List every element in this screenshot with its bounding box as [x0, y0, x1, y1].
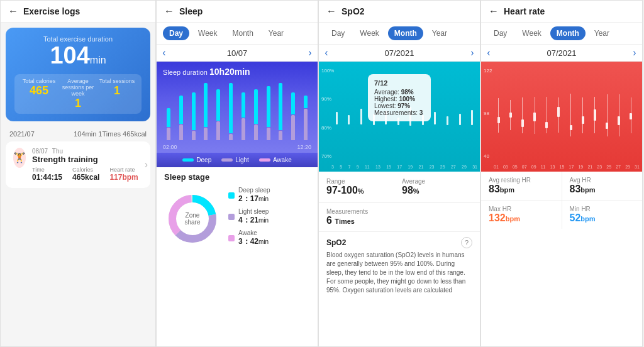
- hr-tab-year[interactable]: Year: [588, 26, 616, 40]
- exercise-period: 2021/07: [9, 130, 35, 138]
- spo2-tab-bar: Day Week Month Year: [319, 23, 480, 45]
- spo2-tooltip-lowest: Lowest: 97%: [374, 102, 425, 109]
- hr-x-labels: 01 03 05 07 09 11 13 15 17 19 21 23 25 2…: [494, 165, 640, 169]
- calories-stat: Total calories 465: [19, 78, 58, 110]
- sleep-duration-value: 10h20min: [209, 67, 250, 77]
- hr-stat: Heart rate 117bpm: [109, 167, 138, 182]
- exercise-stats: Time 01:44:15 Calories 465kcal Heart rat…: [32, 167, 138, 182]
- total-sessions-value: 1: [97, 84, 136, 97]
- stage-awake: Awake 3：42min: [228, 229, 310, 247]
- hr-c9: [590, 71, 599, 159]
- sleep-header: ← Sleep: [157, 1, 318, 23]
- spo2-header: ← SpO2: [319, 1, 480, 23]
- spo2-back-arrow[interactable]: ←: [326, 6, 336, 17]
- hr-min-label: Min HR: [570, 206, 635, 212]
- exercise-header: ← Exercise logs: [1, 1, 155, 23]
- stage-deep-name: Deep sleep: [238, 187, 310, 194]
- hr-title: Heart rate: [504, 6, 545, 16]
- cal-stat: Calories 465kcal: [72, 167, 99, 182]
- spo2-avg-value: 98%: [402, 185, 472, 196]
- sessions-stat: Average sessions per week 1: [58, 78, 97, 110]
- spo2-about: SpO2 ? Blood oxygen saturation (SpO2) le…: [319, 232, 480, 300]
- spo2-tab-month[interactable]: Month: [388, 26, 423, 40]
- spo2-c9: [430, 68, 441, 159]
- sleep-donut: Zone share: [164, 190, 221, 247]
- exercise-summary: Total exercise duration 104min Total cal…: [6, 28, 150, 121]
- summary-big: 104min: [14, 43, 142, 69]
- exercise-item[interactable]: 🏋 08/07 Thu Strength training Time 01:44…: [6, 141, 150, 188]
- exercise-panel: ← Exercise logs Total exercise duration …: [0, 0, 156, 347]
- hr-prev-btn[interactable]: ‹: [481, 47, 496, 58]
- sleep-tab-year[interactable]: Year: [262, 26, 290, 40]
- spo2-next-btn[interactable]: ›: [465, 47, 480, 58]
- sleep-legend: Deep Light Awake: [157, 153, 318, 167]
- legend-deep: Deep: [182, 157, 211, 163]
- spo2-tab-week[interactable]: Week: [353, 26, 385, 40]
- exercise-date: 08/07 Thu: [32, 148, 138, 155]
- sleep-tab-week[interactable]: Week: [192, 26, 223, 40]
- hr-value: 117bpm: [109, 173, 138, 182]
- spo2-avg-label: Average: [402, 178, 472, 185]
- sleep-tab-day[interactable]: Day: [163, 26, 189, 40]
- hr-avg-cell: Avg HR 83bpm: [562, 172, 643, 200]
- sleep-bar-7: [238, 92, 249, 140]
- hr-c3: [518, 71, 527, 159]
- spo2-tooltip-highest: Highest: 100%: [374, 96, 425, 102]
- stage-awake-time: 3：42min: [238, 236, 310, 247]
- spo2-range-value: 97-100%: [326, 185, 397, 196]
- spo2-prev-btn[interactable]: ‹: [319, 47, 334, 58]
- legend-deep-label: Deep: [196, 157, 211, 163]
- hr-avg-resting-cell: Avg resting HR 83bpm: [481, 172, 562, 200]
- spo2-measurements-value: 6 Times: [326, 215, 472, 226]
- exercise-chevron-icon[interactable]: ›: [145, 159, 148, 170]
- sleep-bar-10: [275, 83, 286, 140]
- hr-nav-date: 07/2021: [496, 48, 627, 58]
- sleep-time-nav: ‹ 10/07 ›: [157, 45, 318, 62]
- hr-back-arrow[interactable]: ←: [489, 6, 499, 17]
- spo2-c10: [442, 68, 453, 159]
- donut-label: Zone share: [179, 212, 207, 226]
- spo2-range-stat: Range 97-100%: [326, 178, 397, 196]
- hr-avg-value: 83bpm: [570, 184, 635, 195]
- spo2-range-label: Range: [326, 178, 397, 185]
- sleep-next-btn[interactable]: ›: [303, 47, 318, 58]
- spo2-tooltip-avg: Average: 98%: [374, 89, 425, 96]
- hr-c5: [542, 71, 552, 159]
- hr-tab-day[interactable]: Day: [487, 26, 513, 40]
- sleep-title: Sleep: [179, 6, 203, 16]
- hr-c1: [494, 71, 503, 159]
- stage-light-dot: [228, 214, 235, 220]
- spo2-measurements-row: Measurements 6 Times: [319, 203, 480, 232]
- spo2-help-icon[interactable]: ?: [461, 237, 472, 248]
- sleep-bar-1: [163, 108, 174, 140]
- sleep-tab-month[interactable]: Month: [226, 26, 259, 40]
- sleep-bar-4: [200, 83, 211, 140]
- hr-tab-week[interactable]: Week: [516, 26, 547, 40]
- total-sessions-stat: Total sessions 1: [97, 78, 136, 110]
- hr-tab-bar: Day Week Month Year: [481, 23, 642, 45]
- sleep-prev-btn[interactable]: ‹: [157, 47, 172, 58]
- hr-y-122: 122: [484, 68, 492, 74]
- spo2-about-text: Blood oxygen saturation (SpO2) levels in…: [326, 251, 472, 295]
- sleep-bar-11: [287, 92, 299, 140]
- sleep-time-end: 12:20: [297, 144, 311, 150]
- sleep-bar-3: [188, 92, 199, 140]
- sleep-bar-2: [175, 96, 187, 140]
- hr-min-value: 52bpm: [570, 212, 635, 224]
- exercise-back-arrow[interactable]: ←: [8, 6, 18, 17]
- hr-next-btn[interactable]: ›: [627, 47, 642, 58]
- hr-max-cell: Max HR 132bpm: [481, 201, 562, 229]
- hr-avg-label: Avg HR: [570, 177, 635, 184]
- sleep-bars: [163, 77, 311, 140]
- legend-deep-dot: [182, 158, 194, 162]
- spo2-time-nav: ‹ 07/2021 ›: [319, 45, 480, 62]
- sleep-back-arrow[interactable]: ←: [164, 6, 174, 17]
- spo2-c2: [344, 68, 355, 159]
- exercise-icon: 🏋: [13, 148, 26, 168]
- sleep-time-start: 02:00: [163, 144, 177, 150]
- calories-label: Total calories: [19, 78, 58, 84]
- spo2-stats-row: Range 97-100% Average 98%: [319, 172, 480, 203]
- spo2-tab-day[interactable]: Day: [325, 26, 351, 40]
- hr-tab-month[interactable]: Month: [550, 26, 586, 40]
- spo2-tab-year[interactable]: Year: [426, 26, 453, 40]
